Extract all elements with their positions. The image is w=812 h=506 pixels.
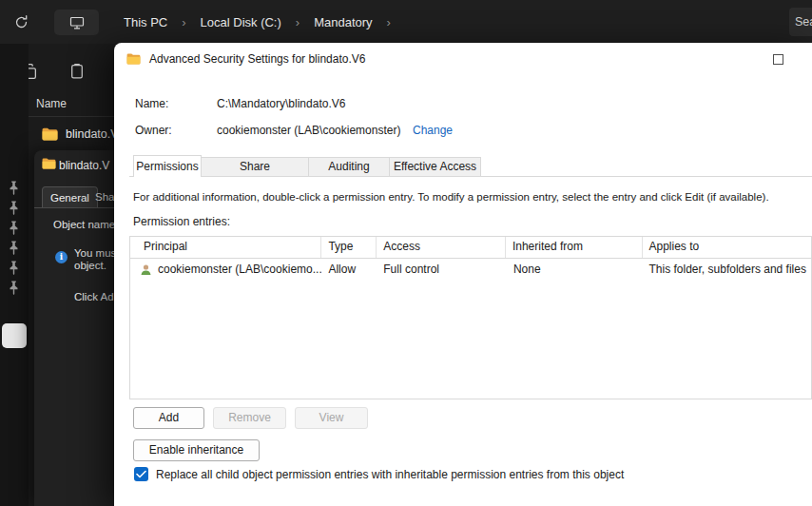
table-header-row: Principal Type Access Inherited from App… — [130, 237, 811, 259]
breadcrumb-local-disk[interactable]: Local Disk (C:) — [195, 11, 287, 33]
dialog-tabs: Permissions Share Auditing Effective Acc… — [133, 155, 480, 177]
permission-entry-row[interactable]: cookiemonster (LAB\cookiemo... Allow Ful… — [130, 259, 811, 280]
pin-icon[interactable] — [8, 181, 20, 195]
breadcrumb: This PC › Local Disk (C:) › Mandatory › — [118, 0, 399, 44]
view-button[interactable]: View — [295, 407, 368, 429]
chevron-right-icon: › — [173, 15, 194, 29]
name-label: Name: — [135, 97, 168, 110]
info-text: You mus object. — [74, 247, 114, 272]
pin-icon[interactable] — [8, 261, 20, 275]
tab-permissions[interactable]: Permissions — [133, 155, 202, 177]
screen: This PC › Local Disk (C:) › Mandatory › … — [0, 0, 812, 506]
pin-icon[interactable] — [8, 241, 20, 255]
chevron-right-icon: › — [287, 15, 308, 29]
address-bar: This PC › Local Disk (C:) › Mandatory › … — [0, 0, 812, 44]
change-owner-link[interactable]: Change — [413, 124, 453, 137]
entry-principal: cookiemonster (LAB\cookiemo... — [158, 263, 321, 276]
tab-effective-access[interactable]: Effective Access — [389, 157, 481, 177]
this-pc-icon-chip[interactable] — [54, 10, 99, 35]
pin-icon[interactable] — [8, 281, 20, 295]
replace-permissions-label[interactable]: Replace all child object permission entr… — [156, 468, 624, 481]
maximize-icon — [773, 54, 783, 65]
pin-icon[interactable] — [8, 201, 20, 215]
dialog-titlebar[interactable]: Advanced Security Settings for blindato.… — [114, 43, 812, 75]
search-input[interactable]: Sea — [789, 8, 812, 36]
advanced-security-dialog: Advanced Security Settings for blindato.… — [114, 43, 812, 506]
owner-value: cookiemonster (LAB\cookiemonster) — [217, 124, 400, 137]
add-button[interactable]: Add — [133, 407, 204, 429]
info-icon: i — [55, 251, 68, 263]
rail-selected-item[interactable] — [2, 323, 27, 348]
monitor-icon — [69, 16, 85, 29]
tab-auditing[interactable]: Auditing — [308, 157, 390, 177]
pin-icon[interactable] — [8, 221, 20, 235]
entry-inherited-from: None — [506, 263, 643, 276]
entry-applies-to: This folder, subfolders and files — [643, 263, 812, 276]
owner-label: Owner: — [135, 124, 172, 137]
refresh-icon[interactable] — [13, 14, 29, 30]
check-icon — [136, 470, 146, 478]
tab-divider — [34, 207, 114, 208]
folder-icon — [126, 53, 141, 65]
user-icon — [140, 263, 152, 276]
column-divider — [29, 116, 114, 117]
tab-general[interactable]: General — [42, 186, 98, 207]
entry-access: Full control — [377, 263, 506, 276]
tab-sharing-partial[interactable]: Sha — [95, 191, 114, 203]
column-type[interactable]: Type — [321, 237, 377, 258]
column-applies-to[interactable]: Applies to — [643, 237, 811, 258]
tab-share[interactable]: Share — [201, 157, 309, 177]
breadcrumb-this-pc[interactable]: This PC — [118, 11, 173, 33]
breadcrumb-mandatory[interactable]: Mandatory — [308, 11, 377, 33]
chevron-right-icon: › — [378, 15, 399, 29]
object-name-label: Object name: — [53, 219, 114, 230]
column-principal[interactable]: Principal — [130, 237, 321, 258]
folder-icon — [42, 127, 58, 141]
dialog-title: Advanced Security Settings for blindato.… — [149, 52, 365, 66]
file-row-blindato[interactable]: blindato.V6 — [32, 122, 126, 146]
name-value: C:\Mandatory\blindato.V6 — [217, 97, 345, 110]
click-advanced-text: Click Ad — [74, 291, 114, 302]
enable-inheritance-button[interactable]: Enable inheritance — [133, 439, 260, 461]
paste-icon[interactable] — [68, 63, 86, 80]
instruction-text: For additional information, double-click… — [133, 191, 810, 203]
nav-rail — [0, 44, 29, 506]
permission-entries-table: Principal Type Access Inherited from App… — [129, 236, 812, 399]
permission-entries-label: Permission entries: — [133, 215, 230, 228]
entry-type: Allow — [321, 263, 377, 276]
properties-title: blindato.V — [59, 159, 109, 172]
maximize-button[interactable] — [763, 48, 793, 71]
folder-icon — [42, 158, 56, 169]
column-inherited-from[interactable]: Inherited from — [506, 237, 643, 258]
column-header-name[interactable]: Name — [36, 97, 67, 110]
remove-button[interactable]: Remove — [213, 407, 286, 429]
column-access[interactable]: Access — [377, 237, 506, 258]
replace-permissions-checkbox[interactable] — [134, 467, 148, 481]
properties-dialog: blindato.V General Sha Object name: i Yo… — [34, 150, 114, 506]
